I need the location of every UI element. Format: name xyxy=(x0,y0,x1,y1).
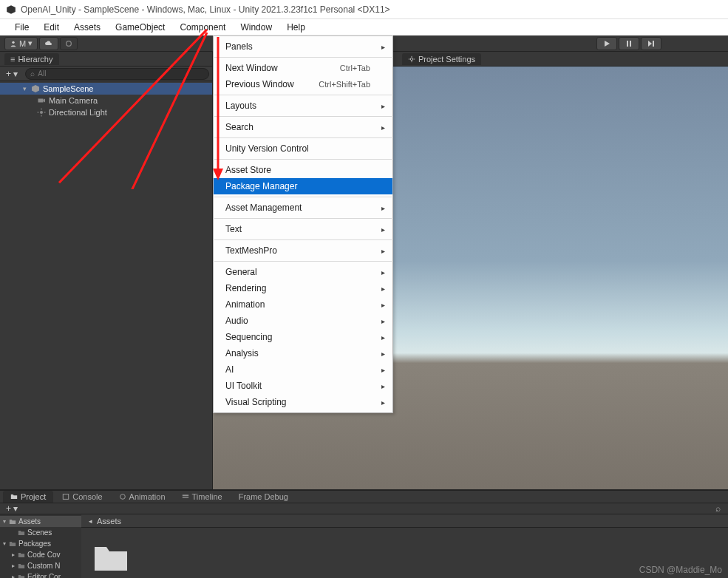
hierarchy-tab-label: Hierarchy xyxy=(18,55,52,64)
scene-label: SampleScene xyxy=(43,84,94,93)
submenu-arrow-icon: ▸ xyxy=(381,225,385,234)
svg-point-2 xyxy=(67,41,72,46)
menu-item-ai[interactable]: AI▸ xyxy=(214,361,392,378)
expand-icon[interactable]: ▸ xyxy=(12,551,18,558)
account-dropdown[interactable]: M ▾ xyxy=(4,37,38,50)
menu-item-textmeshpro[interactable]: TextMeshPro▸ xyxy=(214,242,392,259)
menu-item-visual-scripting[interactable]: Visual Scripting▸ xyxy=(214,394,392,410)
menu-item-general[interactable]: General▸ xyxy=(214,264,392,280)
menu-item-label: TextMeshPro xyxy=(225,245,277,256)
tab-label: Frame Debug xyxy=(239,492,288,501)
menu-component[interactable]: Component xyxy=(172,20,233,35)
hierarchy-tab-icon: ≡ xyxy=(10,55,15,64)
project-breadcrumb[interactable]: ◂ Assets xyxy=(81,514,728,528)
tree-item[interactable]: ▸Editor Cor xyxy=(0,571,81,578)
menu-item-shortcut: Ctrl+Shift+Tab xyxy=(319,80,370,89)
project-content: ◂ Assets xyxy=(81,514,728,578)
hierarchy-search[interactable]: ⌕ xyxy=(25,68,209,80)
menu-item-label: Layouts xyxy=(225,101,256,111)
menu-separator xyxy=(214,95,392,95)
tree-item[interactable]: ▸Code Cov xyxy=(0,549,81,560)
menu-file[interactable]: File xyxy=(7,20,36,35)
console-icon xyxy=(62,493,69,500)
project-add-button[interactable]: + ▾ xyxy=(3,503,21,514)
menu-item-asset-store[interactable]: Asset Store xyxy=(214,162,392,178)
scene-node[interactable]: ▾ SampleScene xyxy=(0,83,212,95)
submenu-arrow-icon: ▸ xyxy=(381,268,385,276)
menu-item-unity-version-control[interactable]: Unity Version Control xyxy=(214,140,392,157)
tree-item[interactable]: ▸Custom N xyxy=(0,560,81,571)
menu-help[interactable]: Help xyxy=(279,20,313,35)
pause-button[interactable] xyxy=(619,37,639,50)
menu-item-audio[interactable]: Audio▸ xyxy=(214,313,392,329)
menu-item-layouts[interactable]: Layouts▸ xyxy=(214,98,392,114)
folder-thumbnail[interactable] xyxy=(87,534,135,578)
user-icon xyxy=(10,40,17,47)
menu-window[interactable]: Window xyxy=(233,20,279,35)
folder-icon xyxy=(18,562,25,570)
menu-item-ui-toolkit[interactable]: UI Toolkit▸ xyxy=(214,378,392,394)
tab-console[interactable]: Console xyxy=(55,491,109,503)
tree-label: Assets xyxy=(18,517,41,526)
svg-rect-9 xyxy=(38,99,44,103)
menu-item-package-manager[interactable]: Package Manager xyxy=(214,178,392,194)
menu-item-text[interactable]: Text▸ xyxy=(214,221,392,237)
project-settings-tab[interactable]: Project Settings xyxy=(402,53,481,65)
tab-project[interactable]: Project xyxy=(3,491,53,503)
submenu-arrow-icon: ▸ xyxy=(381,398,385,407)
pause-icon xyxy=(625,40,633,47)
gameobject-main-camera[interactable]: Main Camera xyxy=(0,95,212,106)
menu-edit[interactable]: Edit xyxy=(36,20,67,35)
gameobject-directional-light[interactable]: Directional Light xyxy=(0,106,212,118)
expand-icon[interactable]: ▸ xyxy=(12,562,18,569)
search-icon[interactable]: ⌕ xyxy=(715,503,721,514)
submenu-arrow-icon: ▸ xyxy=(381,43,385,51)
menu-item-label: Visual Scripting xyxy=(225,397,287,407)
tab-label: Project xyxy=(21,492,46,501)
menu-item-rendering[interactable]: Rendering▸ xyxy=(214,280,392,296)
menu-item-panels[interactable]: Panels▸ xyxy=(214,38,392,55)
menu-gameobject[interactable]: GameObject xyxy=(108,20,172,35)
svg-rect-4 xyxy=(627,41,628,47)
folder-icon xyxy=(18,529,25,537)
menu-item-search[interactable]: Search▸ xyxy=(214,119,392,135)
window-title: OpenAI_Unity - SampleScene - Windows, Ma… xyxy=(21,4,390,15)
menu-item-label: UI Toolkit xyxy=(225,381,262,391)
tree-scenes[interactable]: Scenes xyxy=(0,527,81,538)
menu-item-next-window[interactable]: Next WindowCtrl+Tab xyxy=(214,60,392,76)
svg-marker-10 xyxy=(44,99,46,103)
version-control-button[interactable] xyxy=(60,37,78,50)
expand-icon[interactable]: ▾ xyxy=(21,85,28,92)
step-button[interactable] xyxy=(641,37,661,50)
menu-item-label: General xyxy=(225,267,257,277)
hierarchy-add-button[interactable]: + ▾ xyxy=(3,69,21,79)
menu-item-analysis[interactable]: Analysis▸ xyxy=(214,345,392,361)
svg-marker-6 xyxy=(648,41,652,47)
camera-icon xyxy=(37,96,46,105)
menu-item-label: Animation xyxy=(225,299,265,310)
menu-item-label: Asset Management xyxy=(225,203,302,213)
hierarchy-tab[interactable]: ≡ Hierarchy xyxy=(0,52,212,67)
menu-item-sequencing[interactable]: Sequencing▸ xyxy=(214,329,392,345)
play-button[interactable] xyxy=(596,37,617,50)
tab-timeline[interactable]: Timeline xyxy=(174,491,230,503)
tree-packages[interactable]: ▾Packages xyxy=(0,538,81,549)
tab-animation[interactable]: Animation xyxy=(112,491,173,503)
menu-item-asset-management[interactable]: Asset Management▸ xyxy=(214,200,392,216)
animation-icon xyxy=(119,493,126,500)
expand-icon[interactable]: ▸ xyxy=(12,574,18,578)
menu-item-previous-window[interactable]: Previous WindowCtrl+Shift+Tab xyxy=(214,76,392,92)
hierarchy-search-input[interactable] xyxy=(38,69,204,78)
menu-assets[interactable]: Assets xyxy=(67,20,108,35)
menu-separator xyxy=(214,57,392,58)
menu-separator xyxy=(214,218,392,219)
menu-separator xyxy=(214,261,392,262)
expand-icon[interactable]: ▾ xyxy=(3,518,9,525)
gameobject-label: Directional Light xyxy=(49,108,107,117)
menu-item-animation[interactable]: Animation▸ xyxy=(214,296,392,313)
tree-assets[interactable]: ▾Assets xyxy=(0,516,81,527)
expand-icon[interactable]: ▾ xyxy=(3,540,9,547)
cloud-button[interactable] xyxy=(39,37,58,50)
submenu-arrow-icon: ▸ xyxy=(381,247,385,255)
tab-frame-debug[interactable]: Frame Debug xyxy=(231,491,296,503)
